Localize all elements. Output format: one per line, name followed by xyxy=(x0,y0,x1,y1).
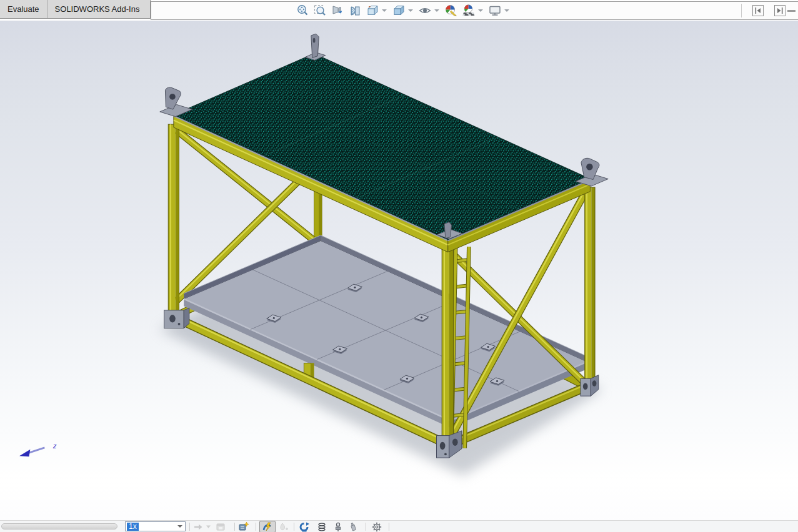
reference-triad: z xyxy=(19,442,57,456)
contact-icon xyxy=(333,522,343,532)
key-droplet-icon xyxy=(278,522,289,532)
play-next-button[interactable] xyxy=(192,521,204,532)
add-update-key-button[interactable] xyxy=(277,521,289,532)
model-canvas[interactable]: z xyxy=(0,21,798,520)
wizard-sparkle-icon xyxy=(238,521,249,532)
top-toolbar-area: Evaluate SOLIDWORKS Add-Ins xyxy=(0,0,798,21)
pane-dash xyxy=(787,10,796,12)
arrow-right-icon xyxy=(193,522,203,532)
display-style-dropdown-caret[interactable] xyxy=(408,9,413,12)
view-orientation-icon[interactable] xyxy=(365,3,380,18)
headsup-view-toolbar xyxy=(151,1,798,20)
gravity-icon xyxy=(348,522,358,532)
tab-solidworks-add-ins[interactable]: SOLIDWORKS Add-Ins xyxy=(47,0,147,18)
apply-scene-icon[interactable] xyxy=(461,3,476,18)
edit-appearance-icon[interactable] xyxy=(444,3,459,18)
chevron-down-icon xyxy=(177,525,182,528)
toolbar-divider xyxy=(389,523,389,531)
motion-study-properties-button[interactable] xyxy=(371,521,382,532)
eye-glyph xyxy=(418,4,432,17)
playback-speed-value: 1x xyxy=(127,523,139,531)
motor-button[interactable] xyxy=(299,521,310,532)
pane-arrow-left-icon xyxy=(754,7,762,14)
right-column[interactable] xyxy=(585,187,595,388)
display-style-icon[interactable] xyxy=(391,3,406,18)
hide-show-items-icon[interactable] xyxy=(417,3,432,18)
zoom-to-area-icon[interactable] xyxy=(312,3,327,18)
section-view-glyph xyxy=(348,4,362,17)
animation-wizard-button[interactable] xyxy=(238,521,249,532)
toolbar-divider xyxy=(234,523,235,531)
play-mode-caret[interactable] xyxy=(205,521,211,532)
lifting-lug-right[interactable] xyxy=(576,158,608,186)
motor-icon xyxy=(299,522,310,532)
pane-arrow-right-icon xyxy=(776,7,784,14)
view-settings-icon[interactable] xyxy=(487,3,502,18)
front-column[interactable] xyxy=(442,248,453,446)
3d-viewport[interactable]: z xyxy=(0,21,798,520)
apply-scene-dropdown-caret[interactable] xyxy=(478,9,483,12)
monitor-glyph xyxy=(488,4,502,17)
toolbar-divider xyxy=(256,523,256,531)
spring-button[interactable] xyxy=(316,521,327,532)
lifting-lug-back[interactable] xyxy=(305,34,326,60)
shaded-cube-glyph xyxy=(392,4,406,17)
view-settings-dropdown-caret[interactable] xyxy=(504,9,509,12)
magnifier-area-glyph xyxy=(313,4,327,17)
previous-view-icon[interactable] xyxy=(330,3,345,18)
toolbar-divider xyxy=(741,4,742,17)
save-animation-button[interactable] xyxy=(215,521,226,532)
left-column[interactable] xyxy=(168,124,179,316)
magnifier-fit-glyph xyxy=(296,4,309,17)
foot-left[interactable] xyxy=(164,308,189,328)
chevron-down-icon xyxy=(206,524,211,530)
application-window: Evaluate SOLIDWORKS Add-Ins xyxy=(0,0,798,532)
playback-speed-combo[interactable]: 1x xyxy=(125,521,186,531)
previous-pane-button[interactable] xyxy=(752,5,764,16)
section-view-icon[interactable] xyxy=(347,3,362,18)
timeline-splitter[interactable] xyxy=(1,523,117,530)
gravity-button[interactable] xyxy=(347,521,359,532)
calculate-icon xyxy=(262,522,273,532)
toolbar-divider xyxy=(366,523,366,531)
triad-z-label: z xyxy=(52,442,57,450)
toolbar-divider xyxy=(294,523,294,531)
film-save-icon xyxy=(216,522,226,532)
motion-manager-bar: 1x xyxy=(0,520,798,532)
gear-icon xyxy=(372,522,382,532)
toolbar-divider xyxy=(189,523,190,531)
commandmanager-tabs: Evaluate SOLIDWORKS Add-Ins xyxy=(0,0,151,19)
appearance-ball-pencil-glyph xyxy=(444,4,458,17)
previous-view-glyph xyxy=(331,4,344,17)
calculate-button[interactable] xyxy=(259,521,276,532)
spring-icon xyxy=(317,522,327,532)
contact-button[interactable] xyxy=(332,521,344,532)
view-orientation-dropdown-caret[interactable] xyxy=(382,9,387,12)
scene-ball-checker-glyph xyxy=(462,4,476,17)
hide-show-dropdown-caret[interactable] xyxy=(434,9,439,12)
view-cube-glyph xyxy=(366,4,379,17)
tab-evaluate[interactable]: Evaluate xyxy=(0,0,47,18)
zoom-to-fit-icon[interactable] xyxy=(295,3,310,18)
next-pane-button[interactable] xyxy=(774,5,786,16)
